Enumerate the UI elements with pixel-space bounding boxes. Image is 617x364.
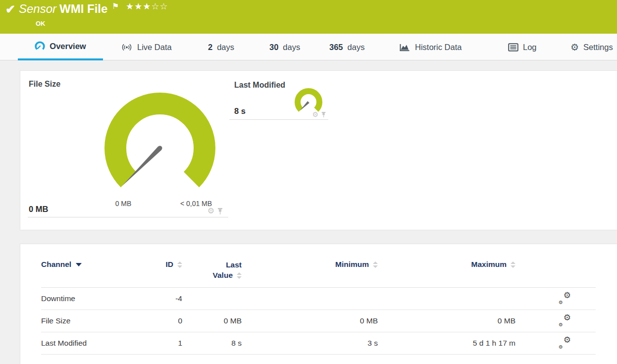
flag-icon[interactable]: ⚑ <box>112 1 119 11</box>
table-row-file-size: File Size 0 0 MB 0 MB 0 MB ⚙⚙ <box>41 310 596 332</box>
column-label: Last <box>226 260 242 270</box>
gauge-title: File Size <box>29 80 60 89</box>
gauge-tile-last-modified[interactable]: Last Modified 8 s ⚙ <box>229 74 328 120</box>
sensor-label: Sensor <box>19 2 56 16</box>
tab-label: Historic Data <box>415 43 462 52</box>
tab-label: Live Data <box>137 43 172 52</box>
stars-filled[interactable]: ★★★ <box>126 1 151 11</box>
cell-id: 1 <box>160 339 182 348</box>
table-header-row: Channel ID Last Value <box>41 244 596 288</box>
channel-settings-gears-icon[interactable]: ⚙⚙ <box>558 337 571 349</box>
sort-icon <box>511 261 515 268</box>
gauge-min-label: 0 MB <box>115 200 132 208</box>
tab-bar: Overview Live Data 2 days 30 days 365 da… <box>0 34 617 60</box>
pin-icon[interactable] <box>217 208 223 215</box>
channel-settings-icon[interactable]: ⚙ <box>207 207 214 215</box>
tab-number: 30 <box>269 43 278 52</box>
column-header-channel[interactable]: Channel <box>41 260 160 269</box>
gauges-card: File Size 0 MB < 0,01 MB 0 MB ⚙ Last Mod… <box>20 70 617 230</box>
cell-last-value: 0 MB <box>182 316 242 325</box>
tab-historic-data[interactable]: Historic Data <box>399 34 462 60</box>
gauge-icon <box>35 41 45 52</box>
column-label: Minimum <box>335 260 369 269</box>
tab-label: Settings <box>583 43 613 52</box>
tab-2-days[interactable]: 2 days <box>208 34 234 60</box>
cell-channel: File Size <box>41 316 160 325</box>
table-row-last-modified: Last Modified 1 8 s 3 s 5 d 1 h 17 m ⚙⚙ <box>41 332 596 355</box>
tab-label: Overview <box>50 42 86 51</box>
pin-icon[interactable] <box>321 111 326 118</box>
tab-settings[interactable]: ⚙ Settings <box>570 34 613 60</box>
cell-minimum: 0 MB <box>242 316 378 325</box>
channel-settings-icon[interactable]: ⚙ <box>312 111 318 118</box>
column-header-maximum[interactable]: Maximum <box>378 260 515 269</box>
tab-label: Log <box>523 43 537 52</box>
channels-card: Channel ID Last Value <box>20 244 617 364</box>
cell-channel: Downtime <box>41 294 160 303</box>
gauge-current-value: 8 s <box>234 106 246 116</box>
sort-icon <box>373 261 378 268</box>
column-label: ID <box>166 260 174 269</box>
cell-id: 0 <box>160 316 182 325</box>
gauge-current-value: 0 MB <box>29 205 48 214</box>
sort-desc-icon <box>76 263 82 266</box>
column-label: Channel <box>41 260 71 269</box>
area-chart-icon <box>399 43 411 52</box>
column-header-last-value[interactable]: Last Value <box>182 260 242 281</box>
file-size-gauge <box>100 92 223 197</box>
tab-number: 2 <box>208 43 212 52</box>
tab-log[interactable]: Log <box>508 34 537 60</box>
cell-maximum: 5 d 1 h 17 m <box>378 339 515 348</box>
tile-actions: ⚙ <box>207 207 223 215</box>
sort-icon <box>177 261 182 268</box>
table-row-downtime: Downtime -4 ⚙⚙ <box>41 288 596 310</box>
tab-label: days <box>283 43 300 52</box>
column-label: Maximum <box>471 260 507 269</box>
cell-id: -4 <box>160 294 182 303</box>
sensor-status-badge: OK <box>36 20 46 27</box>
cell-maximum: 0 MB <box>378 316 515 325</box>
channel-settings-gears-icon[interactable]: ⚙⚙ <box>558 293 571 305</box>
tile-actions: ⚙ <box>312 111 326 118</box>
tab-overview[interactable]: Overview <box>18 34 103 60</box>
log-icon <box>508 43 518 52</box>
column-header-id[interactable]: ID <box>160 260 182 269</box>
status-ok-check-icon: ✔ <box>5 2 15 16</box>
stars-empty[interactable]: ☆☆ <box>151 1 168 11</box>
live-icon <box>121 43 133 52</box>
tab-number: 365 <box>329 43 343 52</box>
gauge-tile-file-size[interactable]: File Size 0 MB < 0,01 MB 0 MB ⚙ <box>28 74 228 217</box>
cell-channel: Last Modified <box>41 339 160 348</box>
gauge-title: Last Modified <box>234 81 285 90</box>
cell-last-value: 8 s <box>182 339 242 348</box>
column-label: Value <box>213 270 233 281</box>
tab-30-days[interactable]: 30 days <box>269 34 300 60</box>
gear-icon: ⚙ <box>570 43 579 52</box>
tab-label: days <box>217 43 234 52</box>
tab-live-data[interactable]: Live Data <box>121 34 172 60</box>
sensor-overview-page: ✔ Sensor WMI File ⚑ ★★★☆☆ OK Overview Li… <box>0 0 617 364</box>
column-header-minimum[interactable]: Minimum <box>242 260 378 269</box>
cell-minimum: 3 s <box>242 339 378 348</box>
tab-365-days[interactable]: 365 days <box>329 34 364 60</box>
sort-icon <box>237 272 242 279</box>
channels-table: Channel ID Last Value <box>41 244 596 355</box>
sensor-name: WMI File <box>59 2 107 16</box>
priority-stars[interactable]: ★★★☆☆ <box>126 1 168 12</box>
channel-settings-gears-icon[interactable]: ⚙⚙ <box>558 315 571 327</box>
sensor-header: ✔ Sensor WMI File ⚑ ★★★☆☆ OK <box>0 0 617 34</box>
tab-label: days <box>348 43 365 52</box>
